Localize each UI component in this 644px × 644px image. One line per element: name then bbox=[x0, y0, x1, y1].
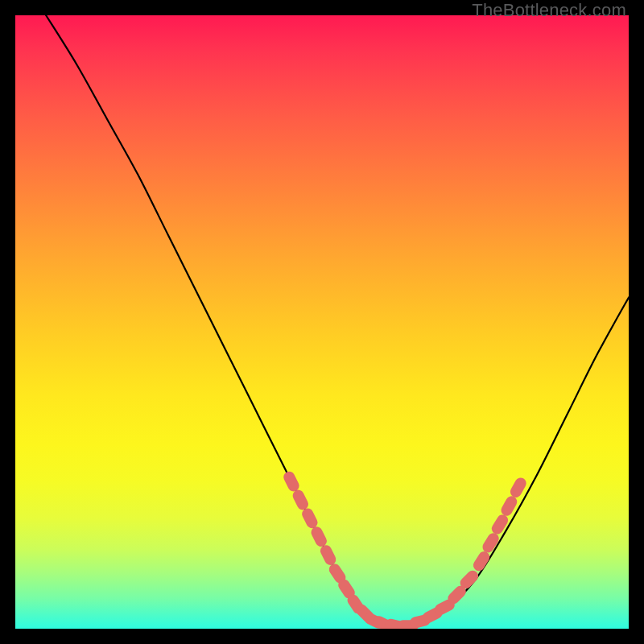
bottleneck-chart bbox=[15, 15, 629, 629]
highlight-dots bbox=[282, 469, 528, 629]
highlight-dot bbox=[319, 543, 338, 568]
highlight-dot bbox=[300, 506, 320, 530]
highlight-dot bbox=[282, 469, 301, 493]
highlight-dot bbox=[291, 488, 310, 512]
highlight-dot bbox=[489, 513, 510, 536]
curve-line bbox=[46, 15, 629, 626]
highlight-dot bbox=[309, 525, 328, 549]
